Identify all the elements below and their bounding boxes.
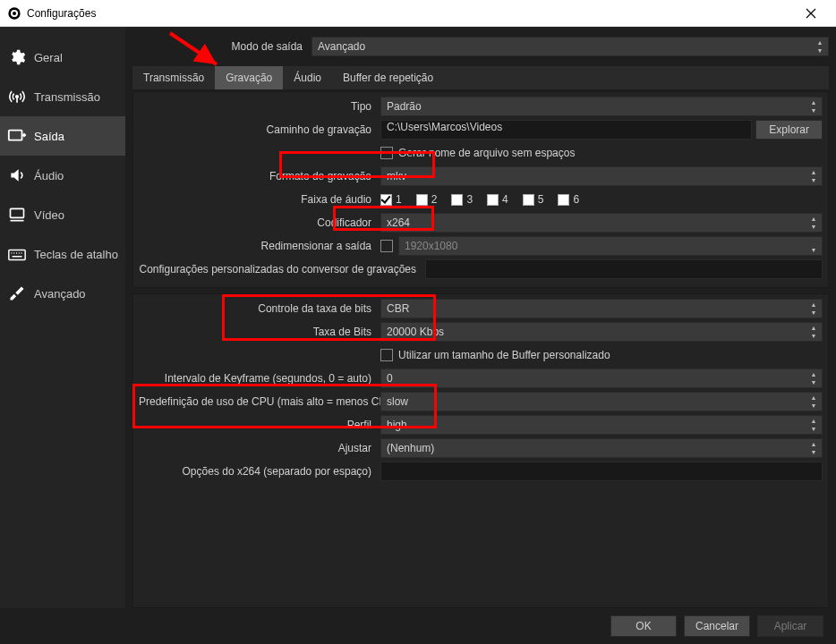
recording-path-input[interactable]: C:\Users\Marcos\Videos <box>380 120 752 140</box>
svg-rect-4 <box>9 131 22 140</box>
tools-icon <box>7 284 27 303</box>
tab-transmissao[interactable]: Transmissão <box>132 66 215 89</box>
sidebar-item-avancado[interactable]: Avançado <box>0 274 125 313</box>
encoder-select[interactable]: x264▲▼ <box>380 213 823 233</box>
sidebar-item-transmissao[interactable]: Transmissão <box>0 77 125 116</box>
output-mode-label: Modo de saída <box>132 40 311 53</box>
svg-rect-6 <box>9 250 25 259</box>
rate-control-label: Controle da taxa de bits <box>139 302 380 315</box>
tune-select[interactable]: (Nenhum)▲▼ <box>380 438 823 458</box>
sidebar-item-label: Avançado <box>34 287 86 301</box>
track-1-checkbox[interactable] <box>380 194 392 206</box>
muxer-settings-input[interactable] <box>425 259 823 279</box>
encoder-label: Codificador <box>139 216 380 229</box>
window-close-button[interactable] <box>793 0 829 27</box>
dialog-footer: OK Cancelar Aplicar <box>0 608 836 644</box>
sidebar-item-label: Saída <box>34 130 64 143</box>
sidebar-item-video[interactable]: Vídeo <box>0 195 125 234</box>
no-spaces-checkbox[interactable] <box>380 147 393 159</box>
rate-control-select[interactable]: CBR▲▼ <box>380 299 823 318</box>
broadcast-icon <box>7 87 27 106</box>
tab-buffer[interactable]: Buffer de repetição <box>332 66 444 89</box>
monitor-icon <box>7 205 27 225</box>
track-6-checkbox[interactable] <box>558 194 569 206</box>
sidebar-item-saida[interactable]: Saída <box>0 116 125 156</box>
recording-settings-group: Tipo Padrão▲▼ Caminho de gravação C:\Use… <box>132 91 829 288</box>
output-icon <box>7 126 27 146</box>
svg-point-2 <box>13 12 16 15</box>
chevron-down-icon: ▼ <box>807 246 820 254</box>
track-3-checkbox[interactable] <box>451 194 463 206</box>
output-mode-select[interactable]: Avançado ▲▼ <box>311 37 829 56</box>
keyframe-label: Intervalo de Keyframe (segundos, 0 = aut… <box>139 372 380 385</box>
bitrate-label: Taxa de Bits <box>139 326 380 338</box>
ok-button[interactable]: OK <box>610 615 677 637</box>
sidebar-item-label: Transmissão <box>34 90 100 104</box>
cancel-button[interactable]: Cancelar <box>684 615 750 637</box>
muxer-settings-label: Configurações personalizadas do converso… <box>139 263 425 275</box>
sidebar-item-label: Teclas de atalho <box>34 248 118 261</box>
bitrate-input[interactable]: 20000 Kbps▲▼ <box>380 322 823 342</box>
no-spaces-label: Gerar nome de arquivo sem espaços <box>398 147 575 159</box>
tab-audio[interactable]: Áudio <box>283 66 332 89</box>
gear-icon <box>7 47 27 67</box>
track-5-checkbox[interactable] <box>523 194 534 206</box>
chevron-up-icon[interactable]: ▲ <box>814 38 826 47</box>
chevron-down-icon[interactable]: ▼ <box>814 47 826 55</box>
cpu-preset-select[interactable]: slow▲▼ <box>380 392 823 411</box>
browse-button[interactable]: Explorar <box>755 120 823 140</box>
app-icon <box>7 6 21 21</box>
type-label: Tipo <box>139 100 380 113</box>
recording-path-label: Caminho de gravação <box>139 123 380 136</box>
output-tabs: Transmissão Gravação Áudio Buffer de rep… <box>132 66 829 89</box>
sidebar-item-audio[interactable]: Áudio <box>0 156 125 195</box>
rescale-value-select: 1920x1080▲▼ <box>398 236 823 256</box>
sidebar-item-label: Vídeo <box>34 208 64 222</box>
svg-rect-5 <box>11 208 24 217</box>
profile-label: Perfil <box>139 419 380 431</box>
sidebar-item-label: Geral <box>34 51 63 64</box>
apply-button[interactable]: Aplicar <box>757 615 823 637</box>
window-title: Configurações <box>27 7 793 20</box>
sidebar: Geral Transmissão Saída Áudio <box>0 27 125 608</box>
encoder-settings-group: Controle da taxa de bits CBR▲▼ Taxa de B… <box>132 293 829 608</box>
sidebar-item-hotkeys[interactable]: Teclas de atalho <box>0 234 125 274</box>
tune-label: Ajustar <box>139 442 380 454</box>
tab-gravacao[interactable]: Gravação <box>215 66 283 89</box>
track-4-checkbox[interactable] <box>487 194 499 206</box>
track-2-checkbox[interactable] <box>416 194 428 206</box>
custom-buffer-checkbox[interactable] <box>380 349 393 361</box>
audio-track-label: Faixa de áudio <box>139 193 380 206</box>
format-label: Formato de gravação <box>139 170 380 182</box>
main-content: Modo de saída Avançado ▲▼ Transmissão Gr… <box>125 27 836 608</box>
audio-icon <box>7 165 27 185</box>
profile-select[interactable]: high▲▼ <box>380 415 823 435</box>
audio-track-checks: 1 2 3 4 5 6 <box>380 193 579 206</box>
custom-buffer-label: Utilizar um tamanho de Buffer personaliz… <box>398 349 610 361</box>
x264-opts-input[interactable] <box>380 462 823 481</box>
keyboard-icon <box>7 244 27 264</box>
rescale-checkbox[interactable] <box>380 240 393 252</box>
titlebar: Configurações <box>0 0 836 27</box>
keyframe-input[interactable]: 0▲▼ <box>380 369 823 388</box>
sidebar-item-geral[interactable]: Geral <box>0 38 125 77</box>
x264-opts-label: Opções do x264 (separado por espaço) <box>139 465 380 478</box>
sidebar-item-label: Áudio <box>34 169 64 182</box>
cpu-preset-label: Predefinição de uso de CPU (mais alto = … <box>139 395 380 408</box>
type-select[interactable]: Padrão▲▼ <box>380 97 823 116</box>
rescale-label: Redimensionar a saída <box>139 240 380 252</box>
recording-format-select[interactable]: mkv▲▼ <box>380 166 823 186</box>
